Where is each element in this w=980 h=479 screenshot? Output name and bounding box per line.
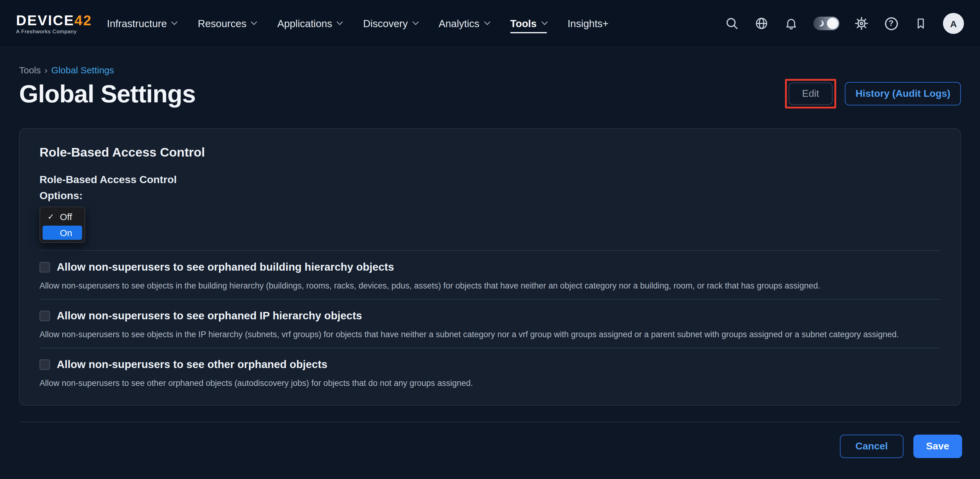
divider [40, 250, 940, 251]
history-audit-logs-button[interactable]: History (Audit Logs) [845, 82, 961, 105]
chevron-down-icon [484, 19, 490, 25]
setting-description: Allow non-superusers to see other orphan… [40, 377, 940, 389]
help-icon[interactable]: ? [884, 16, 899, 31]
setting-label[interactable]: Allow non-superusers to see orphaned IP … [57, 308, 362, 323]
nav-item-label: Analytics [439, 17, 479, 29]
check-icon: ✓ [48, 213, 56, 221]
header-actions: Edit History (Audit Logs) [785, 79, 961, 108]
user-avatar[interactable]: A [943, 13, 964, 34]
setting-checkbox[interactable] [40, 262, 50, 272]
nav-item-label: Insights+ [568, 17, 608, 29]
globe-icon[interactable] [754, 16, 769, 31]
nav-item-label: Applications [277, 17, 332, 29]
moon-icon [818, 21, 824, 27]
logo-brand-accent: 42 [74, 12, 92, 28]
rbac-options-label-line1: Role-Based Access Control [40, 172, 940, 188]
logo-brand: DEVICE [16, 12, 74, 28]
rbac-select-dropdown: ✓ Off On [40, 206, 85, 243]
question-glyph: ? [885, 17, 897, 30]
setting-label[interactable]: Allow non-superusers to see other orphan… [57, 357, 328, 372]
cancel-button[interactable]: Cancel [840, 435, 903, 458]
chevron-down-icon [172, 19, 178, 25]
dropdown-option-label: Off [60, 211, 72, 222]
breadcrumb-separator: › [45, 65, 48, 75]
rbac-options-label-line2: Options: [40, 188, 940, 204]
app-window: DEVICE42 A Freshworks Company Infrastruc… [0, 0, 980, 479]
nav-item-resources[interactable]: Resources [198, 10, 256, 36]
setting-row-ip-hierarchy: Allow non-superusers to see orphaned IP … [40, 308, 940, 340]
logo-wordmark: DEVICE42 [16, 13, 92, 27]
setting-description: Allow non-superusers to see objects in t… [40, 280, 940, 292]
divider [40, 299, 940, 300]
rbac-settings-card: Role-Based Access Control Role-Based Acc… [19, 128, 961, 406]
chevron-down-icon [251, 19, 257, 25]
annotation-highlight-box: Edit [785, 79, 836, 108]
device42-logo[interactable]: DEVICE42 A Freshworks Company [16, 13, 92, 34]
setting-checkbox[interactable] [40, 310, 50, 321]
page-content: Tools › Global Settings Global Settings … [0, 65, 980, 406]
dropdown-option-off[interactable]: ✓ Off [43, 209, 82, 224]
nav-item-label: Discovery [363, 17, 408, 29]
toggle-knob [827, 18, 838, 29]
breadcrumb: Tools › Global Settings [19, 65, 961, 75]
logo-tagline: A Freshworks Company [16, 28, 92, 34]
search-icon[interactable] [724, 16, 739, 31]
divider [40, 348, 940, 348]
main-menu: Infrastructure Resources Applications Di… [107, 10, 608, 36]
save-button[interactable]: Save [913, 435, 962, 458]
nav-item-applications[interactable]: Applications [277, 10, 342, 36]
bell-icon[interactable] [784, 16, 799, 31]
chevron-down-icon [541, 19, 547, 25]
setting-label[interactable]: Allow non-superusers to see orphaned bui… [57, 260, 394, 274]
nav-item-label: Resources [198, 17, 247, 29]
setting-checkbox[interactable] [40, 359, 50, 370]
breadcrumb-current[interactable]: Global Settings [51, 65, 114, 75]
chevron-down-icon [337, 19, 343, 25]
setting-row-building-hierarchy: Allow non-superusers to see orphaned bui… [40, 260, 940, 292]
bookmark-icon[interactable] [913, 16, 928, 31]
rbac-options-label: Role-Based Access Control Options: [40, 172, 940, 204]
card-title: Role-Based Access Control [40, 145, 940, 160]
theme-toggle[interactable] [813, 17, 839, 30]
page-title: Global Settings [19, 80, 196, 108]
nav-item-analytics[interactable]: Analytics [439, 10, 489, 36]
nav-item-tools[interactable]: Tools [511, 10, 547, 36]
nav-item-infrastructure[interactable]: Infrastructure [107, 10, 177, 36]
nav-item-label: Infrastructure [107, 17, 167, 29]
nav-item-label: Tools [511, 17, 537, 29]
top-navigation: DEVICE42 A Freshworks Company Infrastruc… [0, 0, 980, 48]
edit-button[interactable]: Edit [788, 82, 832, 105]
page-header: Global Settings Edit History (Audit Logs… [19, 79, 961, 108]
chevron-down-icon [412, 19, 419, 25]
footer-actions: Cancel Save [0, 422, 980, 458]
gear-icon[interactable] [854, 16, 869, 31]
nav-item-insights[interactable]: Insights+ [568, 10, 608, 36]
dropdown-option-on[interactable]: On [43, 226, 82, 240]
breadcrumb-parent[interactable]: Tools [19, 65, 41, 75]
nav-item-discovery[interactable]: Discovery [363, 10, 418, 36]
setting-row-other-orphaned: Allow non-superusers to see other orphan… [40, 357, 940, 389]
dropdown-option-label: On [60, 227, 72, 238]
nav-utilities: ? A [724, 13, 964, 34]
setting-description: Allow non-superusers to see objects in t… [40, 328, 940, 340]
